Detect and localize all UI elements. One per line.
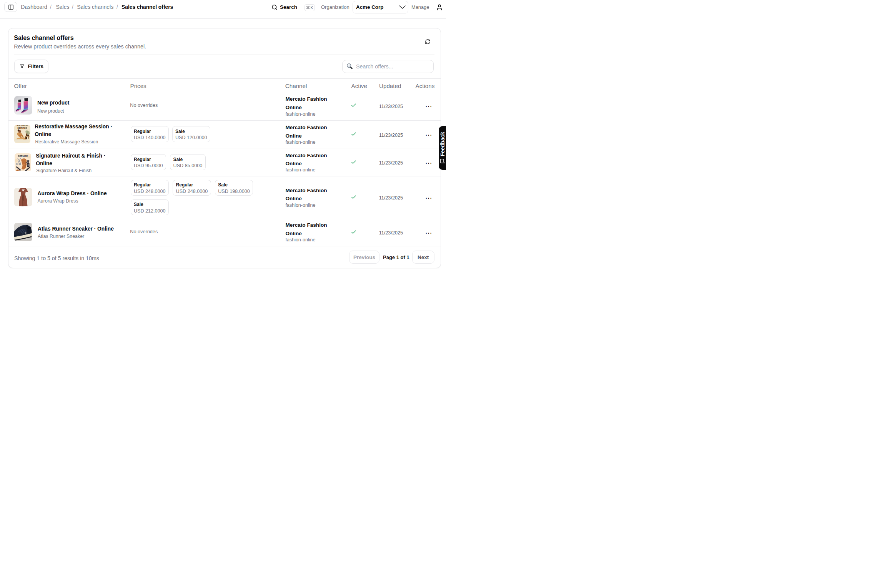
svg-text:SERVICE: SERVICE: [17, 127, 27, 129]
svg-text:MASSAGE: MASSAGE: [17, 125, 28, 126]
svg-text:SERVICE: SERVICE: [18, 154, 27, 157]
